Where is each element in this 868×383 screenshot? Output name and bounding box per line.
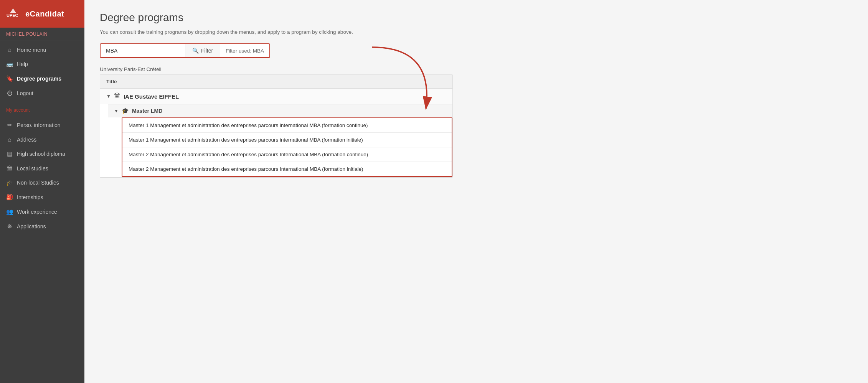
sidebar-item-work-experience-label: Work experience bbox=[17, 209, 57, 215]
app-name: eCandidat bbox=[25, 10, 64, 18]
main-content: Degree programs You can consult the trai… bbox=[84, 0, 868, 383]
page-title: Degree programs bbox=[100, 12, 853, 24]
sidebar-item-internships[interactable]: 🎒 Internships bbox=[0, 190, 84, 205]
sidebar-item-work-experience[interactable]: 👥 Work experience bbox=[0, 205, 84, 219]
sidebar-username: MICHEL POULAIN bbox=[0, 28, 84, 39]
program-3-label: Master 2 Management et administration de… bbox=[129, 152, 368, 157]
search-icon: 🔍 bbox=[192, 48, 199, 54]
institution-name: IAE Gustave EIFFEL bbox=[124, 93, 179, 100]
upec-logo: UPEC bbox=[5, 5, 21, 22]
degree-table: Title ▼ 🏛 IAE Gustave EIFFEL ▼ 🎓 Master … bbox=[100, 74, 453, 178]
sidebar-item-address-label: Address bbox=[17, 137, 36, 143]
address-icon: ⌂ bbox=[6, 136, 13, 143]
graduation-icon: 🎓 bbox=[6, 179, 13, 186]
filter-button[interactable]: 🔍 Filter bbox=[185, 44, 220, 57]
program-1-label: Master 1 Management et administration de… bbox=[129, 122, 368, 128]
university-label: University Paris-Est Créteil bbox=[100, 66, 453, 72]
degree-results: Master 1 Management et administration de… bbox=[122, 117, 452, 177]
diploma-icon: ▤ bbox=[6, 150, 13, 157]
sidebar-item-local-studies[interactable]: 🏛 Local studies bbox=[0, 161, 84, 175]
sidebar-item-applications[interactable]: ❋ Applications bbox=[0, 219, 84, 234]
subgroup-icon: 🎓 bbox=[122, 107, 129, 114]
bookmark-icon: 🔖 bbox=[6, 75, 13, 82]
filter-bar: 🔍 Filter Filter used: MBA bbox=[100, 43, 270, 58]
work-icon: 👥 bbox=[6, 208, 13, 215]
sidebar-item-degree-programs-label: Degree programs bbox=[17, 76, 61, 82]
sidebar-item-high-school[interactable]: ▤ High school diploma bbox=[0, 147, 84, 161]
sidebar-item-logout-label: Logout bbox=[17, 90, 33, 96]
sidebar-header: UPEC eCandidat bbox=[0, 0, 84, 28]
subgroup-name: Master LMD bbox=[132, 108, 162, 114]
sidebar-divider-top bbox=[0, 41, 84, 41]
sidebar: UPEC eCandidat MICHEL POULAIN ⌂ Home men… bbox=[0, 0, 84, 383]
my-account-label: My account bbox=[0, 104, 84, 114]
table-row[interactable]: Master 1 Management et administration de… bbox=[122, 118, 452, 133]
institution-row[interactable]: ▼ 🏛 IAE Gustave EIFFEL bbox=[100, 89, 452, 104]
internships-icon: 🎒 bbox=[6, 194, 13, 201]
sidebar-item-logout[interactable]: ⏻ Logout bbox=[0, 86, 84, 100]
filter-used-label: Filter used: MBA bbox=[220, 45, 269, 57]
filter-input[interactable] bbox=[101, 44, 185, 57]
table-header: Title bbox=[100, 75, 452, 89]
sidebar-item-address[interactable]: ⌂ Address bbox=[0, 132, 84, 147]
svg-text:UPEC: UPEC bbox=[7, 13, 18, 18]
pencil-icon: ✏ bbox=[6, 122, 13, 129]
help-icon: 🚌 bbox=[6, 61, 13, 68]
institution-icon: 🏛 bbox=[114, 92, 120, 100]
home-icon: ⌂ bbox=[6, 46, 13, 53]
program-4-label: Master 2 Management et administration de… bbox=[129, 166, 363, 172]
institution-group: ▼ 🏛 IAE Gustave EIFFEL ▼ 🎓 Master LMD Ma… bbox=[100, 89, 452, 177]
sidebar-item-degree-programs[interactable]: 🔖 Degree programs bbox=[0, 71, 84, 86]
sidebar-item-local-studies-label: Local studies bbox=[17, 165, 48, 172]
table-row[interactable]: Master 2 Management et administration de… bbox=[122, 162, 452, 176]
sidebar-item-non-local-studies-label: Non-local Studies bbox=[17, 180, 59, 186]
sidebar-divider-account2 bbox=[0, 116, 84, 116]
table-row[interactable]: Master 2 Management et administration de… bbox=[122, 147, 452, 162]
sidebar-item-help-label: Help bbox=[17, 61, 28, 67]
sidebar-item-non-local-studies[interactable]: 🎓 Non-local Studies bbox=[0, 175, 84, 190]
sidebar-divider-account bbox=[0, 102, 84, 102]
applications-icon: ❋ bbox=[6, 223, 13, 230]
local-studies-icon: 🏛 bbox=[6, 165, 13, 172]
subgroup-row[interactable]: ▼ 🎓 Master LMD bbox=[108, 104, 452, 117]
degree-subgroup: ▼ 🎓 Master LMD Master 1 Management et ad… bbox=[100, 104, 452, 177]
program-2-label: Master 1 Management et administration de… bbox=[129, 137, 363, 143]
subgroup-chevron-icon: ▼ bbox=[114, 108, 119, 114]
table-row[interactable]: Master 1 Management et administration de… bbox=[122, 133, 452, 147]
sidebar-item-help[interactable]: 🚌 Help bbox=[0, 57, 84, 71]
sidebar-item-perso-info[interactable]: ✏ Perso. information bbox=[0, 118, 84, 132]
sidebar-item-internships-label: Internships bbox=[17, 194, 43, 200]
sidebar-item-high-school-label: High school diploma bbox=[17, 151, 65, 157]
sidebar-item-home-label: Home menu bbox=[17, 47, 46, 53]
annotation-container: 🔍 Filter Filter used: MBA University Par… bbox=[100, 43, 453, 178]
sidebar-item-applications-label: Applications bbox=[17, 223, 46, 229]
logout-icon: ⏻ bbox=[6, 90, 13, 96]
filter-button-label: Filter bbox=[201, 48, 213, 54]
sidebar-item-perso-info-label: Perso. information bbox=[17, 122, 61, 128]
page-subtitle: You can consult the training programs by… bbox=[100, 29, 853, 35]
institution-chevron-icon: ▼ bbox=[106, 94, 111, 99]
sidebar-item-home[interactable]: ⌂ Home menu bbox=[0, 43, 84, 57]
